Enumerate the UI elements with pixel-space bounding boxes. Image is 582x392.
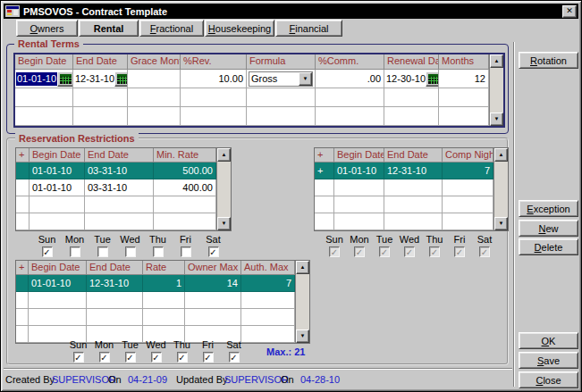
comp-nights-row-selected[interactable]: + 01-01-10 12-31-10 7 bbox=[315, 163, 493, 179]
column-header-months: Months bbox=[439, 54, 489, 70]
scrollbar-track[interactable] bbox=[490, 68, 503, 113]
day-label-tue: Tue bbox=[122, 339, 139, 351]
new-button[interactable]: New bbox=[519, 220, 578, 237]
button-label: elete bbox=[542, 242, 563, 253]
tab-owners[interactable]: Owners bbox=[16, 20, 78, 37]
tab-label: O bbox=[30, 23, 38, 34]
grid-cell bbox=[16, 163, 30, 179]
scroll-up-button[interactable]: ▲ bbox=[490, 54, 503, 68]
rev-percent-cell[interactable]: 10.00 bbox=[181, 70, 247, 88]
column-header-end-date: End Date bbox=[85, 148, 154, 163]
save-button[interactable]: Save bbox=[519, 352, 578, 369]
grid-cell bbox=[384, 179, 443, 196]
window-title: PMSOVOS - Contract Template bbox=[23, 6, 562, 17]
vertical-divider bbox=[513, 42, 515, 387]
calendar-icon bbox=[60, 74, 72, 84]
end-date-input[interactable]: 12-31-10 bbox=[74, 73, 114, 84]
formula-dropdown[interactable]: Gross ▼ bbox=[249, 71, 313, 87]
checkbox-fri[interactable]: ✓ bbox=[203, 352, 214, 363]
checkbox-sun[interactable]: ✓ bbox=[42, 246, 53, 257]
grid-cell bbox=[73, 107, 128, 126]
min-rate-row[interactable]: 01-01-10 03-31-10 400.00 bbox=[16, 179, 216, 196]
vertical-scrollbar[interactable]: ▲ ▼ bbox=[295, 261, 309, 343]
begin-date-calendar-button[interactable] bbox=[57, 71, 73, 87]
scroll-up-button[interactable]: ▲ bbox=[217, 148, 231, 162]
rental-terms-row[interactable]: 01-01-10 12-31-10 10.00 Gross ▼ bbox=[15, 70, 489, 88]
min-rate-row-selected[interactable]: 01-01-10 03-31-10 500.00 bbox=[16, 163, 216, 179]
checkbox-mon[interactable] bbox=[70, 246, 80, 257]
updated-on-label: On bbox=[281, 374, 294, 385]
delete-button[interactable]: Delete bbox=[519, 238, 578, 255]
checkbox-tue[interactable]: ✓ bbox=[125, 352, 136, 363]
scroll-down-button[interactable]: ▼ bbox=[296, 329, 309, 343]
checkbox-thu[interactable] bbox=[153, 246, 164, 257]
column-header-comm: %Comm. bbox=[316, 54, 384, 70]
grid-cell bbox=[30, 196, 85, 213]
checkbox-wed[interactable]: ✓ bbox=[151, 352, 162, 363]
grid-cell bbox=[439, 107, 489, 126]
grid-cell bbox=[241, 326, 295, 343]
tab-financial[interactable]: Financial bbox=[275, 20, 342, 37]
day-label-mon: Mon bbox=[95, 339, 114, 351]
day-label-sun: Sun bbox=[325, 234, 343, 246]
vertical-scrollbar[interactable]: ▲ ▼ bbox=[493, 148, 508, 230]
scrollbar-track[interactable] bbox=[296, 274, 309, 329]
scroll-down-button[interactable]: ▼ bbox=[217, 217, 231, 230]
checkbox-mon[interactable]: ✓ bbox=[99, 352, 110, 363]
renewal-date-calendar-button[interactable] bbox=[426, 71, 439, 87]
end-date-calendar-button[interactable] bbox=[114, 71, 128, 87]
day-label-fri: Fri bbox=[202, 339, 214, 351]
checkbox-thu[interactable]: ✓ bbox=[177, 352, 188, 363]
scrollbar-track[interactable] bbox=[494, 162, 508, 217]
vertical-scrollbar[interactable]: ▲ ▼ bbox=[489, 54, 503, 126]
scroll-down-button[interactable]: ▼ bbox=[494, 217, 508, 230]
checkbox-sat[interactable]: ✓ bbox=[229, 352, 240, 363]
grid-cell bbox=[30, 213, 85, 230]
begin-date-input[interactable]: 01-01-10 bbox=[16, 72, 57, 86]
comp-nights-grid-header: + Begin Date End Date Comp Nights bbox=[315, 148, 493, 163]
grid-cell bbox=[334, 196, 384, 213]
scroll-up-button[interactable]: ▲ bbox=[494, 148, 508, 162]
months-cell[interactable]: 12 bbox=[439, 70, 489, 88]
ok-button[interactable]: OK bbox=[519, 332, 578, 349]
scrollbar-track[interactable] bbox=[217, 162, 231, 217]
end-date-cell: 03-31-10 bbox=[85, 163, 154, 179]
grid-cell bbox=[443, 213, 493, 230]
rotation-button[interactable]: Rotation bbox=[519, 52, 578, 69]
close-button-bottom[interactable]: Close bbox=[519, 371, 578, 388]
formula-dropdown-button[interactable]: ▼ bbox=[299, 72, 312, 86]
column-header-grace-months: Grace Months bbox=[128, 54, 181, 70]
comp-nights-cell: 7 bbox=[443, 163, 493, 179]
checkbox-tue[interactable] bbox=[97, 246, 108, 257]
checkbox-sun[interactable]: ✓ bbox=[73, 352, 84, 363]
day-label-sat: Sat bbox=[226, 339, 241, 351]
scroll-down-icon: ▼ bbox=[222, 221, 227, 226]
tab-fractional[interactable]: Fractional bbox=[139, 20, 204, 37]
empty-grid-row bbox=[15, 88, 489, 107]
column-header-auth-max: Auth. Max bbox=[241, 261, 295, 275]
checkbox-sat[interactable]: ✓ bbox=[208, 246, 219, 257]
title-bar: PMSOVOS - Contract Template ✕ bbox=[4, 4, 578, 19]
checkbox-fri[interactable] bbox=[181, 246, 191, 257]
vertical-scrollbar[interactable]: ▲ ▼ bbox=[216, 148, 231, 230]
button-label: xception bbox=[534, 204, 570, 214]
exception-button[interactable]: Exception bbox=[519, 200, 578, 217]
scroll-up-icon: ▲ bbox=[494, 58, 500, 63]
close-button[interactable]: ✕ bbox=[562, 5, 577, 18]
scroll-down-button[interactable]: ▼ bbox=[490, 113, 503, 126]
grid-cell bbox=[384, 107, 439, 126]
column-header-plus: + bbox=[16, 148, 30, 163]
column-header-begin-date: Begin Date bbox=[15, 54, 73, 70]
renewal-date-input[interactable]: 12-30-10 bbox=[385, 73, 426, 84]
grace-months-cell[interactable] bbox=[128, 70, 181, 88]
empty-grid-row bbox=[315, 196, 493, 213]
scroll-up-button[interactable]: ▲ bbox=[296, 261, 309, 274]
comm-percent-cell[interactable]: .00 bbox=[316, 70, 384, 88]
column-header-rev: %Rev. bbox=[181, 54, 247, 70]
owner-max-row-selected[interactable]: 01-01-10 12-31-10 1 14 7 bbox=[16, 275, 295, 292]
button-label: otation bbox=[537, 55, 567, 66]
checkbox-wed[interactable] bbox=[125, 246, 136, 257]
tab-rental[interactable]: Rental bbox=[79, 20, 139, 37]
contract-template-window: PMSOVOS - Contract Template ✕ Owners Ren… bbox=[0, 0, 582, 392]
tab-housekeeping[interactable]: Housekeeping bbox=[205, 20, 274, 37]
